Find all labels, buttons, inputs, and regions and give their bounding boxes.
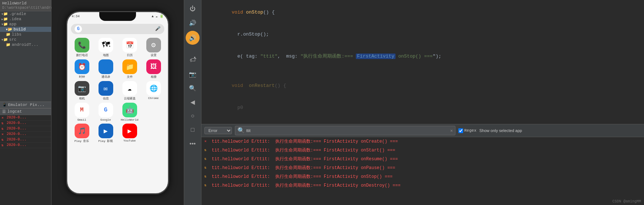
app-clock[interactable]: ⏰ 时钟 xyxy=(71,59,93,79)
folder-icon: 📁 xyxy=(6,32,10,37)
app-label: 拨打电话 xyxy=(76,53,88,57)
app-contacts[interactable]: 👤 通讯录 xyxy=(95,59,117,79)
app-icon: ⏰ xyxy=(75,59,89,74)
app-google[interactable]: G Google xyxy=(95,103,117,121)
log-entry-text: tit.helloworld E/ttit: 执行生命周期函数:=== Firs… xyxy=(212,182,401,190)
app-icon: ☁ xyxy=(122,81,137,96)
volume-up-button[interactable]: 🔊 xyxy=(187,17,198,29)
sidebar-item-label: .gradle xyxy=(9,12,26,16)
app-empty xyxy=(143,103,164,121)
log-entries: ✕ tit.helloworld E/ttit: 执行生命周期函数:=== Fi… xyxy=(201,137,644,205)
clear-search-button[interactable]: ✕ xyxy=(450,128,453,133)
code-method-dim: onRestart xyxy=(246,83,275,88)
sidebar-item-src[interactable]: 📁 src xyxy=(0,37,51,42)
delete-icon: ✕ xyxy=(204,138,210,146)
app-gmail[interactable]: M Gmail xyxy=(71,103,93,121)
log-search-input[interactable] xyxy=(246,128,449,133)
app-helloworld[interactable]: 🤖 HelloWorld xyxy=(119,103,140,121)
sidebar-item-libs[interactable]: 📁 libs xyxy=(0,32,51,37)
logcat-row: ✕ 2020-0... xyxy=(0,115,51,121)
logcat-row-text: 2020-0... xyxy=(7,143,26,147)
phone-screen[interactable]: G 🎤 📞 拨打电话 🗺 地图 📅 日 xyxy=(67,21,168,193)
sidebar-item-label: src xyxy=(9,37,17,42)
back-button[interactable]: ◀ xyxy=(187,96,198,108)
logcat-row-text: 2020-0... xyxy=(7,127,26,131)
app-label: Google xyxy=(100,118,111,121)
app-label: Chrome xyxy=(148,96,159,100)
show-only-selected-button[interactable]: Show only selected app xyxy=(479,128,522,133)
camera-button[interactable]: 📷 xyxy=(187,68,198,80)
sidebar-item-android[interactable]: 📁 androidT... xyxy=(0,42,51,47)
sidebar-item-idea[interactable]: 📁 .idea xyxy=(0,17,51,22)
code-string: "ttit" xyxy=(260,54,278,59)
volume-down-button[interactable]: 🔊 xyxy=(186,31,200,45)
app-gallery[interactable]: 🖼 相册 xyxy=(143,59,164,79)
app-phone[interactable]: 📞 拨打电话 xyxy=(71,38,93,57)
sidebar-item-label: build xyxy=(14,27,26,32)
app-play-video[interactable]: ▶ Play 影视 xyxy=(95,124,117,143)
code-text: p0 xyxy=(223,105,243,110)
phone-time: 4:34 xyxy=(72,15,80,18)
google-logo: G xyxy=(75,25,82,33)
phone-status-icons: ▲ ☁ 🔋 xyxy=(151,14,164,18)
app-icon: ▶ xyxy=(122,124,137,138)
app-icon: 📷 xyxy=(75,81,89,96)
csdn-credit: CSDN @amingMM xyxy=(612,199,641,204)
app-label: 时钟 xyxy=(79,75,85,79)
app-maps[interactable]: 🗺 地图 xyxy=(95,38,117,57)
zoom-button[interactable]: 🔍 xyxy=(187,82,198,94)
app-youtube[interactable]: ▶ YouTube xyxy=(119,124,140,143)
code-panel: void onStop() { r.onStop(); e( tag: "tti… xyxy=(201,0,644,205)
ide-sidebar: HelloWorld D:\workspace\ttit\android\Hel… xyxy=(0,0,51,205)
code-text: r.onStop(); xyxy=(223,32,269,37)
sidebar-item-build[interactable]: 📂 build xyxy=(0,27,51,32)
app-icon: ⚙ xyxy=(146,38,161,52)
sidebar-item-label: .idea xyxy=(9,17,21,21)
app-messages[interactable]: ✉ 信息 xyxy=(95,81,117,100)
cursor-icon: ↖ xyxy=(194,54,197,61)
code-string: "执行生命周期函数:=== xyxy=(300,54,356,59)
app-label: 相册 xyxy=(151,75,157,79)
log-entry-text: tit.helloworld E/ttit: 执行生命周期函数:=== Firs… xyxy=(212,173,393,181)
recent-button[interactable]: □ xyxy=(187,124,198,136)
app-label: Play 音乐 xyxy=(74,139,89,143)
app-calendar[interactable]: 📅 日历 xyxy=(119,38,140,57)
log-entry-text: tit.helloworld E/ttit: 执行生命周期函数:=== Firs… xyxy=(212,164,395,172)
logcat-section-bar[interactable]: ☰ logcat xyxy=(0,108,51,115)
ide-title-bar: HelloWorld D:\workspace\ttit\android\Hel… xyxy=(0,0,51,11)
log-entry-text: tit.helloworld E/ttit: 执行生命周期函数:=== Firs… xyxy=(212,146,395,154)
home-button[interactable]: ○ xyxy=(187,110,198,122)
app-settings[interactable]: ⚙ 设置 xyxy=(143,38,164,57)
app-files[interactable]: 📁 文件 xyxy=(119,59,140,79)
power-button[interactable]: ⏻ xyxy=(187,3,198,15)
sidebar-item-label: app xyxy=(9,22,17,26)
more-button[interactable]: ••• xyxy=(187,138,198,150)
app-label: YouTube xyxy=(124,139,136,142)
sidebar-item-app[interactable]: 📁 app xyxy=(0,22,51,27)
phone-search-bar[interactable]: G 🎤 xyxy=(71,24,164,34)
swap-icon: ⇅ xyxy=(204,146,210,154)
log-entry-text: tit.helloworld E/ttit: 执行生命周期函数:=== Firs… xyxy=(212,138,398,146)
code-line: r.onStop(); xyxy=(206,23,640,45)
log-entry: ⇅ tit.helloworld E/ttit: 执行生命周期函数:=== Fi… xyxy=(201,146,644,155)
logcat-bar: 📱 Emulator Pix... xyxy=(0,102,51,108)
app-drive[interactable]: ☁ 云端硬盘 xyxy=(119,81,140,100)
log-entry: ⇅ tit.helloworld E/ttit: 执行生命周期函数:=== Fi… xyxy=(201,181,644,190)
search-icon: 🔍 xyxy=(237,127,245,134)
app-icon: 📞 xyxy=(75,38,89,52)
regex-checkbox[interactable] xyxy=(458,128,463,133)
app-play-music[interactable]: 🎵 Play 音乐 xyxy=(71,124,93,143)
sidebar-item-label: libs xyxy=(12,32,21,37)
code-keyword-dim: void xyxy=(232,83,246,88)
log-filter-select[interactable]: Error Verbose Debug Info Warn xyxy=(204,127,232,134)
app-camera[interactable]: 📷 相机 xyxy=(71,81,93,100)
folder-open-icon: 📂 xyxy=(8,27,12,32)
sidebar-item-gradle[interactable]: 📁 .gradle xyxy=(0,11,51,17)
code-text: e( tag: xyxy=(223,54,260,59)
app-label: 地图 xyxy=(103,53,109,57)
app-label: 云端硬盘 xyxy=(124,96,136,100)
swap-icon: ⇅ xyxy=(204,173,210,181)
app-icon: G xyxy=(99,103,113,117)
swap-icon: ⇅ xyxy=(204,155,210,163)
app-chrome[interactable]: 🌐 Chrome xyxy=(143,81,164,100)
